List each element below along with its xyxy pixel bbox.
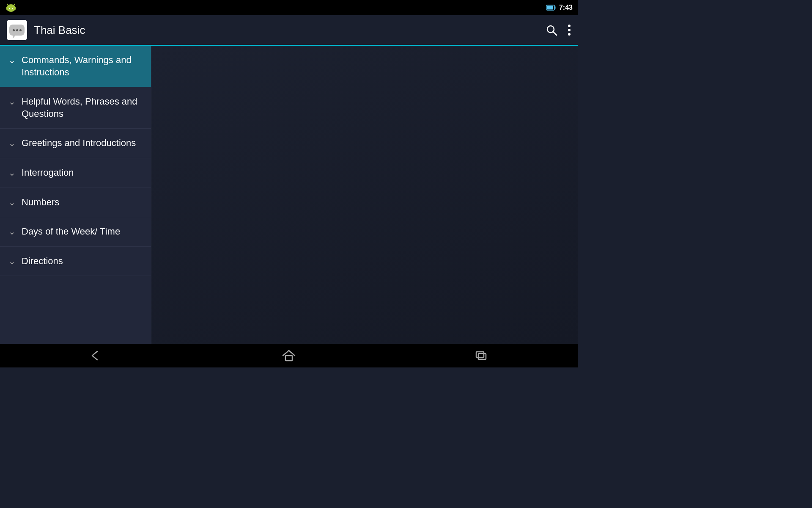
svg-rect-20 bbox=[476, 352, 484, 358]
chevron-down-icon: ⌄ bbox=[8, 138, 16, 148]
svg-point-16 bbox=[568, 25, 571, 27]
home-icon bbox=[282, 350, 296, 362]
battery-icon bbox=[546, 5, 556, 11]
sidebar-item-days[interactable]: ⌄ Days of the Week/ Time bbox=[0, 217, 151, 247]
svg-rect-21 bbox=[478, 353, 486, 359]
status-bar-left bbox=[5, 2, 17, 14]
overflow-menu-icon bbox=[568, 24, 571, 36]
svg-point-6 bbox=[12, 8, 13, 9]
content-panel bbox=[151, 46, 578, 344]
toolbar-icons bbox=[546, 24, 571, 36]
svg-point-18 bbox=[568, 33, 571, 36]
svg-rect-13 bbox=[547, 6, 553, 10]
sidebar-item-commands[interactable]: ⌄ Commands, Warnings and Instructions bbox=[0, 46, 151, 87]
back-button[interactable] bbox=[73, 345, 120, 366]
recent-apps-button[interactable] bbox=[458, 345, 505, 366]
chevron-down-icon: ⌄ bbox=[8, 256, 16, 266]
speech-bubble-icon bbox=[9, 25, 25, 36]
sidebar-item-numbers[interactable]: ⌄ Numbers bbox=[0, 188, 151, 218]
sidebar-item-label: Interrogation bbox=[22, 167, 74, 179]
sidebar-nav: ⌄ Commands, Warnings and Instructions ⌄ … bbox=[0, 46, 151, 344]
sidebar-item-helpful[interactable]: ⌄ Helpful Words, Phrases and Questions bbox=[0, 87, 151, 129]
svg-rect-2 bbox=[15, 7, 16, 10]
svg-point-17 bbox=[568, 29, 571, 31]
search-button[interactable] bbox=[546, 24, 557, 36]
svg-rect-19 bbox=[285, 356, 292, 361]
app-toolbar: Thai Basic bbox=[0, 15, 578, 46]
speech-dots bbox=[13, 29, 22, 31]
search-icon bbox=[546, 24, 557, 36]
svg-rect-1 bbox=[6, 7, 8, 10]
sidebar-item-interrogation[interactable]: ⌄ Interrogation bbox=[0, 158, 151, 188]
status-bar-right: 7:43 bbox=[546, 4, 573, 11]
time-display: 7:43 bbox=[559, 4, 573, 11]
svg-point-0 bbox=[6, 4, 16, 12]
sidebar-item-label: Commands, Warnings and Instructions bbox=[22, 54, 143, 78]
svg-line-15 bbox=[553, 32, 557, 35]
svg-point-9 bbox=[7, 4, 8, 5]
sidebar-item-label: Days of the Week/ Time bbox=[22, 226, 120, 238]
back-icon bbox=[90, 350, 103, 362]
svg-point-5 bbox=[9, 8, 10, 9]
home-button[interactable] bbox=[265, 345, 313, 366]
sidebar-item-greetings[interactable]: ⌄ Greetings and Introductions bbox=[0, 129, 151, 158]
sidebar-item-label: Helpful Words, Phrases and Questions bbox=[22, 96, 143, 120]
sidebar-item-directions[interactable]: ⌄ Directions bbox=[0, 247, 151, 276]
chevron-down-icon: ⌄ bbox=[8, 168, 16, 178]
speech-dot bbox=[19, 29, 22, 31]
android-icon bbox=[5, 2, 17, 14]
app-title: Thai Basic bbox=[34, 24, 539, 37]
app-icon bbox=[7, 20, 27, 40]
chevron-down-icon: ⌄ bbox=[8, 226, 16, 237]
main-content: ⌄ Commands, Warnings and Instructions ⌄ … bbox=[0, 46, 578, 344]
chevron-down-icon: ⌄ bbox=[8, 197, 16, 207]
chevron-down-icon: ⌄ bbox=[8, 55, 16, 65]
speech-dot bbox=[16, 29, 18, 31]
overflow-menu-button[interactable] bbox=[568, 24, 571, 36]
sidebar-item-label: Greetings and Introductions bbox=[22, 137, 136, 149]
svg-rect-12 bbox=[554, 6, 555, 9]
status-bar: 7:43 bbox=[0, 0, 578, 15]
svg-point-10 bbox=[14, 4, 15, 5]
chevron-down-icon: ⌄ bbox=[8, 97, 16, 107]
speech-dot bbox=[13, 29, 15, 31]
sidebar-item-label: Directions bbox=[22, 255, 63, 268]
recent-apps-icon bbox=[475, 350, 488, 362]
sidebar-item-label: Numbers bbox=[22, 196, 59, 209]
system-nav-bar bbox=[0, 344, 578, 367]
